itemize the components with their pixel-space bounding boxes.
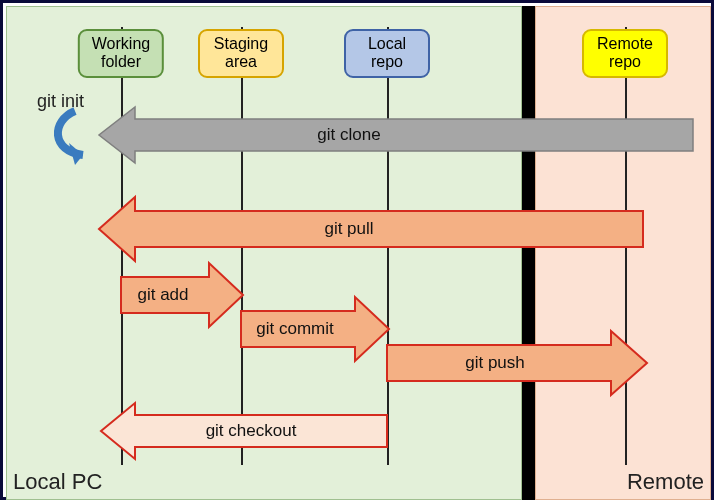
label-git-add: git add (137, 285, 188, 305)
lane-local-repo (387, 27, 389, 465)
diagram-canvas: Local PC Remote Workingfolder Stagingare… (0, 0, 714, 500)
lane-box-remote-repo: Remoterepo (582, 29, 668, 78)
label-git-commit: git commit (256, 319, 333, 339)
lane-label: Remoterepo (597, 35, 653, 70)
region-divider (522, 6, 535, 500)
region-local-label: Local PC (13, 469, 102, 495)
label-git-checkout: git checkout (206, 421, 297, 441)
lane-box-local-repo: Localrepo (344, 29, 430, 78)
lane-label: Workingfolder (92, 35, 150, 70)
lane-working-folder (121, 27, 123, 465)
lane-box-working-folder: Workingfolder (78, 29, 164, 78)
region-remote: Remote (535, 6, 711, 500)
git-init-label: git init (37, 91, 84, 112)
label-git-clone: git clone (317, 125, 380, 145)
lane-staging-area (241, 27, 243, 465)
lane-box-staging-area: Stagingarea (198, 29, 284, 78)
label-git-push: git push (465, 353, 525, 373)
lane-label: Stagingarea (214, 35, 268, 70)
lane-label: Localrepo (368, 35, 406, 70)
lane-remote-repo (625, 27, 627, 465)
label-git-pull: git pull (324, 219, 373, 239)
region-remote-label: Remote (627, 469, 704, 495)
